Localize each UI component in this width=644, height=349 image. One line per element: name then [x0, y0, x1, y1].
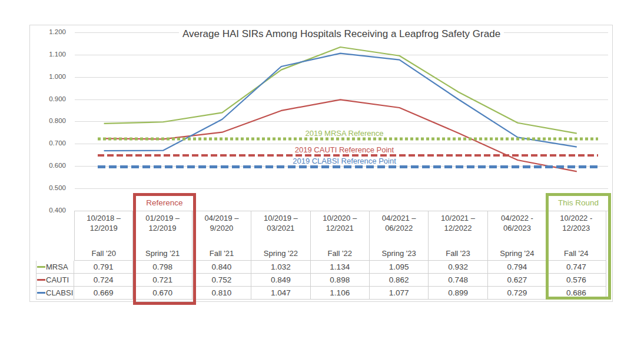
- table-value-cell: 0.840: [192, 261, 251, 274]
- this-round-highlight-box: This Round: [546, 193, 611, 300]
- table-row-label-cauti: CAUTI: [36, 274, 74, 287]
- table-header-cell: 10/2019 – 03/2021Spring '22: [251, 211, 310, 261]
- table-row-label-clabsi: CLABSI: [36, 287, 74, 300]
- table-value-cell: 0.898: [311, 274, 370, 287]
- table-value-cell: 0.791: [74, 261, 133, 274]
- table-value-cell: 1.134: [311, 261, 370, 274]
- season-label: Fall '23: [446, 249, 470, 260]
- period-label: 04/2019 – 9/2020: [205, 211, 239, 233]
- table-value-cell: 0.748: [429, 274, 487, 287]
- series-name-label: MRSA: [46, 262, 68, 271]
- table-value-cell: 0.849: [251, 274, 310, 287]
- cauti-legend-line-icon: [37, 279, 45, 280]
- reference-box-label: Reference: [136, 198, 193, 207]
- series-name-label: CAUTI: [46, 275, 69, 284]
- table-value-cell: 0.794: [488, 261, 547, 274]
- hai-table: 10/2018 – 12/2019Fall '2001/2019 – 12/20…: [36, 211, 606, 300]
- period-label: 04/2022 - 06/2023: [501, 211, 533, 233]
- y-axis-tick-label: 1.100: [24, 51, 66, 58]
- table-header-cell: 04/2019 – 9/2020Fall '21: [192, 211, 251, 261]
- table-value-cell: 0.724: [74, 274, 133, 287]
- this-round-box-label: This Round: [549, 198, 608, 207]
- y-axis-tick-label: 0.500: [24, 184, 66, 191]
- series-name-label: CLABSI: [46, 288, 73, 297]
- season-label: Fall '22: [328, 249, 353, 260]
- table-value-cell: 1.032: [251, 261, 310, 274]
- table-value-cell: 0.729: [488, 287, 547, 300]
- season-label: Spring '24: [500, 249, 534, 260]
- table-value-cell: 0.752: [192, 274, 251, 287]
- mrsa-reference-label: 2019 MRSA Reference: [253, 129, 436, 138]
- table-value-cell: 0.899: [429, 287, 487, 300]
- mrsa-legend-line-icon: [37, 266, 45, 267]
- y-axis-tick-label: 0.800: [24, 117, 66, 124]
- cauti-reference-label: 2019 CAUTI Reference Point: [253, 145, 436, 154]
- table-value-cell: 1.106: [311, 287, 370, 300]
- period-label: 10/2021 – 12/2022: [441, 211, 475, 233]
- y-axis-tick-label: 1.200: [24, 28, 66, 35]
- clabsi-reference-label: 2019 CLABSI Reference Point: [253, 157, 436, 165]
- period-label: 10/2020 – 12/2021: [323, 211, 357, 233]
- period-label: 10/2018 – 12/2019: [87, 211, 121, 233]
- table-header-cell: 10/2020 – 12/2021Fall '22: [311, 211, 370, 261]
- season-label: Spring '23: [382, 249, 416, 260]
- table-header-cell: 10/2021 – 12/2022Fall '23: [429, 211, 487, 261]
- y-axis-tick-label: 1.000: [24, 73, 66, 80]
- period-label: 10/2019 – 03/2021: [264, 211, 298, 233]
- table-header-cell: 04/2021 – 06/2022Spring '23: [370, 211, 429, 261]
- table-value-cell: 1.095: [370, 261, 429, 274]
- period-label: 04/2021 – 06/2022: [382, 211, 416, 233]
- table-value-cell: 1.077: [370, 287, 429, 300]
- y-axis-tick-label: 0.600: [24, 162, 66, 169]
- clabsi-legend-line-icon: [37, 292, 45, 293]
- table-value-cell: 0.862: [370, 274, 429, 287]
- reference-highlight-box: Reference: [133, 193, 196, 305]
- table-value-cell: 0.810: [192, 287, 251, 300]
- table-value-cell: 0.627: [488, 274, 547, 287]
- table-value-cell: 0.669: [74, 287, 133, 300]
- season-label: Fall '21: [210, 249, 234, 260]
- y-axis-tick-label: 0.700: [24, 139, 66, 147]
- figure-canvas: Average HAI SIRs Among Hospitals Receivi…: [0, 0, 644, 349]
- season-label: Spring '22: [264, 249, 298, 260]
- table-header-cell: 04/2022 - 06/2023Spring '24: [488, 211, 547, 261]
- table-row-label-mrsa: MRSA: [36, 261, 74, 274]
- season-label: Fall '20: [91, 249, 116, 260]
- table-value-cell: 0.932: [429, 261, 487, 274]
- chart-title: Average HAI SIRs Among Hospitals Receivi…: [75, 28, 608, 40]
- y-axis-tick-label: 0.900: [24, 95, 66, 102]
- table-value-cell: 1.047: [251, 287, 310, 300]
- table-corner-cell: [36, 211, 74, 261]
- table-header-cell: 10/2018 – 12/2019Fall '20: [74, 211, 133, 261]
